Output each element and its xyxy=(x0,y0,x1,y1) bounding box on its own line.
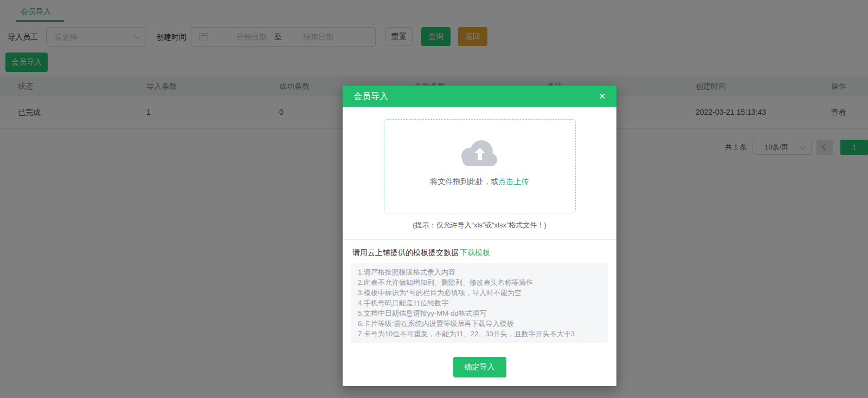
dialog-title: 会员导入 xyxy=(353,86,388,107)
click-upload-link[interactable]: 点击上传 xyxy=(499,177,529,186)
drag-text: 将文件拖到此处，或 xyxy=(430,177,499,186)
import-rule-item: 7.卡号为10位不可重复，不能为11、22、33开头，且数字开头不大于3 xyxy=(358,329,601,339)
member-import-dialog: 会员导入 ✕ 将文件拖到此处，或点击上传 (提示：仅允许导入“xls”或“xls… xyxy=(343,86,616,386)
upload-dropzone[interactable]: 将文件拖到此处，或点击上传 xyxy=(384,119,576,213)
import-rule-item: 6.卡片等级:需在系统内设置等级后再下载导入模板 xyxy=(358,318,601,329)
import-rule-item: 1.请严格按照模版格式录入内容 xyxy=(358,267,601,277)
confirm-import-button[interactable]: 确定导入 xyxy=(453,357,506,377)
import-rule-item: 5.文档中日期信息请按yy-MM-dd格式填写 xyxy=(358,308,601,318)
download-template-link[interactable]: 下载模板 xyxy=(460,248,490,257)
dialog-header: 会员导入 ✕ xyxy=(343,86,616,107)
member-import-page: 会员导入 导入员工 请选择 创建时间 开始日期 至 结束日期 重置 查询 返回 … xyxy=(0,0,868,398)
import-rule-item: 4.手机号码只能是11位纯数字 xyxy=(358,298,601,308)
dialog-body: 将文件拖到此处，或点击上传 (提示：仅允许导入“xls”或“xlsx”格式文件！… xyxy=(343,107,616,377)
upload-cloud-icon xyxy=(461,140,498,166)
close-icon[interactable]: ✕ xyxy=(599,86,606,107)
import-rule-item: 2.此表不允许做如增加列、删除列、修改表头名称等操作 xyxy=(358,277,601,288)
upload-text: 将文件拖到此处，或点击上传 xyxy=(384,177,575,187)
import-rule-item: 3.模板中标识为*号的栏目为必填项，导入时不能为空 xyxy=(358,288,601,298)
format-hint: (提示：仅允许导入“xls”或“xlsx”格式文件！) xyxy=(351,220,608,230)
divider xyxy=(343,239,616,240)
template-text: 请用云上铺提供的模板提交数据 xyxy=(352,248,459,257)
import-rules: 1.请严格按照模版格式录入内容2.此表不允许做如增加列、删除列、修改表头名称等操… xyxy=(351,263,608,343)
template-row: 请用云上铺提供的模板提交数据下载模板 xyxy=(351,248,608,258)
